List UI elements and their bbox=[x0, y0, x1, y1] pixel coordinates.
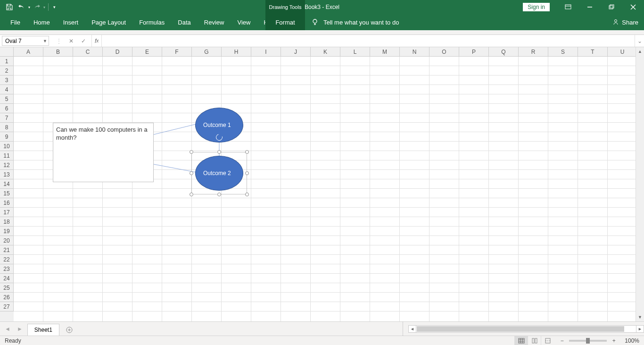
fx-icon[interactable]: fx bbox=[92, 35, 102, 47]
horizontal-scrollbar[interactable]: ◄ ► bbox=[408, 325, 644, 333]
row-header[interactable]: 16 bbox=[0, 198, 14, 208]
zoom-out-button[interactable]: − bbox=[559, 337, 565, 344]
row-header[interactable]: 2 bbox=[0, 66, 14, 76]
row-header[interactable]: 4 bbox=[0, 85, 14, 94]
column-header[interactable]: T bbox=[578, 47, 608, 57]
save-button[interactable] bbox=[4, 1, 15, 13]
column-header[interactable]: S bbox=[548, 47, 578, 57]
selection-handle[interactable] bbox=[190, 150, 193, 154]
view-page-layout-button[interactable] bbox=[528, 336, 541, 345]
vertical-scrollbar[interactable]: ▲ ▼ bbox=[636, 47, 644, 321]
view-normal-button[interactable] bbox=[514, 336, 528, 345]
tab-page-layout[interactable]: Page Layout bbox=[85, 14, 132, 30]
row-header[interactable]: 9 bbox=[0, 132, 14, 142]
zoom-slider-thumb[interactable] bbox=[586, 338, 590, 344]
row-header[interactable]: 23 bbox=[0, 264, 14, 274]
row-header[interactable]: 3 bbox=[0, 76, 14, 85]
row-header[interactable]: 25 bbox=[0, 283, 14, 293]
row-header[interactable]: 27 bbox=[0, 302, 14, 311]
ribbon-display-options-button[interactable] bbox=[557, 0, 579, 14]
undo-dropdown-icon[interactable]: ▾ bbox=[28, 5, 30, 9]
cells-canvas[interactable]: Can we make 100 computers in a month? Ou… bbox=[14, 57, 644, 321]
row-header[interactable]: 19 bbox=[0, 227, 14, 236]
tab-file[interactable]: File bbox=[4, 14, 27, 30]
row-header[interactable]: 12 bbox=[0, 160, 14, 170]
textbox-shape[interactable]: Can we make 100 computers in a month? bbox=[53, 123, 154, 182]
selection-handle[interactable] bbox=[190, 193, 193, 196]
row-header[interactable]: 18 bbox=[0, 217, 14, 227]
row-header[interactable]: 14 bbox=[0, 179, 14, 189]
row-header[interactable]: 20 bbox=[0, 236, 14, 245]
sign-in-button[interactable]: Sign in bbox=[523, 3, 550, 11]
row-header[interactable]: 5 bbox=[0, 94, 14, 104]
row-header[interactable]: 15 bbox=[0, 189, 14, 198]
row-header[interactable]: 7 bbox=[0, 113, 14, 123]
column-header[interactable]: R bbox=[519, 47, 548, 57]
tell-me-search[interactable]: Tell me what you want to do bbox=[311, 18, 399, 26]
select-all-corner[interactable] bbox=[0, 47, 14, 57]
undo-button[interactable] bbox=[16, 1, 27, 13]
selection-handle[interactable] bbox=[245, 193, 249, 196]
row-header[interactable]: 10 bbox=[0, 142, 14, 151]
selection-handle[interactable] bbox=[217, 150, 221, 154]
zoom-slider[interactable] bbox=[569, 340, 607, 342]
row-header[interactable]: 11 bbox=[0, 151, 14, 160]
column-header[interactable]: J bbox=[281, 47, 311, 57]
tab-formulas[interactable]: Formulas bbox=[132, 14, 171, 30]
selection-handle[interactable] bbox=[245, 171, 249, 175]
sheet-nav-next-icon[interactable]: ► bbox=[17, 326, 23, 332]
row-header[interactable]: 1 bbox=[0, 57, 14, 66]
scroll-right-button[interactable]: ► bbox=[636, 326, 644, 332]
close-button[interactable] bbox=[622, 0, 644, 14]
column-header[interactable]: M bbox=[370, 47, 400, 57]
column-header[interactable]: L bbox=[340, 47, 370, 57]
maximize-button[interactable] bbox=[601, 0, 622, 14]
worksheet-grid[interactable]: ABCDEFGHIJKLMNOPQRSTU 123456789101112131… bbox=[0, 47, 644, 321]
column-header[interactable]: C bbox=[73, 47, 103, 57]
sheet-nav-prev-icon[interactable]: ◄ bbox=[5, 326, 10, 332]
sheet-tab-sheet1[interactable]: Sheet1 bbox=[27, 324, 59, 336]
name-box[interactable]: Oval 7 ▼ bbox=[2, 36, 49, 46]
row-header[interactable]: 24 bbox=[0, 274, 14, 283]
tab-insert[interactable]: Insert bbox=[57, 14, 85, 30]
tab-format[interactable]: Format bbox=[265, 14, 305, 30]
row-header[interactable]: 6 bbox=[0, 104, 14, 113]
qat-customize-icon[interactable]: ▾ bbox=[51, 5, 58, 9]
hscroll-resize-handle[interactable] bbox=[403, 322, 405, 336]
column-header[interactable]: G bbox=[192, 47, 222, 57]
column-header[interactable]: B bbox=[43, 47, 73, 57]
selection-handle[interactable] bbox=[217, 193, 221, 196]
row-header[interactable]: 13 bbox=[0, 170, 14, 179]
scroll-up-button[interactable]: ▲ bbox=[636, 47, 644, 56]
oval-shape-outcome-2[interactable]: Outcome 2 bbox=[195, 156, 243, 191]
view-page-break-button[interactable] bbox=[541, 336, 554, 345]
selection-handle[interactable] bbox=[245, 150, 249, 154]
column-header[interactable]: P bbox=[459, 47, 489, 57]
tab-home[interactable]: Home bbox=[27, 14, 57, 30]
column-header[interactable]: F bbox=[162, 47, 192, 57]
minimize-button[interactable] bbox=[579, 0, 601, 14]
hscroll-thumb[interactable] bbox=[417, 326, 624, 332]
row-header[interactable]: 21 bbox=[0, 245, 14, 255]
column-header[interactable]: H bbox=[222, 47, 251, 57]
column-header[interactable]: K bbox=[311, 47, 340, 57]
share-button[interactable]: Share bbox=[612, 14, 638, 30]
row-header[interactable]: 8 bbox=[0, 123, 14, 132]
column-header[interactable]: D bbox=[103, 47, 132, 57]
column-header[interactable]: N bbox=[400, 47, 429, 57]
row-header[interactable]: 26 bbox=[0, 293, 14, 302]
column-header[interactable]: U bbox=[608, 47, 637, 57]
column-header[interactable]: A bbox=[14, 47, 43, 57]
column-header[interactable]: O bbox=[429, 47, 459, 57]
scroll-down-button[interactable]: ▼ bbox=[636, 313, 644, 321]
name-box-dropdown-icon[interactable]: ▼ bbox=[43, 39, 47, 43]
tab-view[interactable]: View bbox=[231, 14, 257, 30]
column-header[interactable]: Q bbox=[489, 47, 519, 57]
row-header[interactable]: 22 bbox=[0, 255, 14, 264]
zoom-level[interactable]: 100% bbox=[625, 337, 639, 344]
formula-bar-expand-button[interactable]: ⌄ bbox=[635, 35, 644, 47]
selection-handle[interactable] bbox=[190, 171, 193, 175]
formula-input[interactable] bbox=[102, 35, 635, 47]
new-sheet-button[interactable] bbox=[63, 324, 75, 336]
tab-data[interactable]: Data bbox=[171, 14, 197, 30]
